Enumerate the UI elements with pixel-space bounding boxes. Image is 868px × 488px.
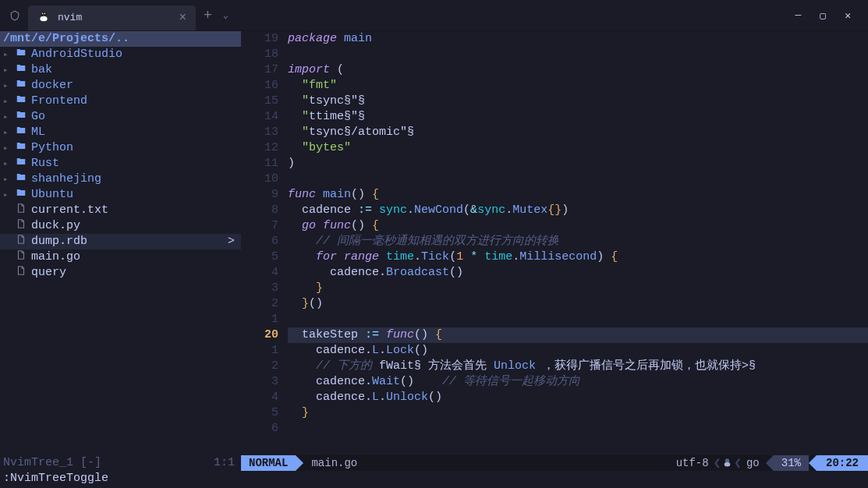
tree-folder[interactable]: ▸Rust [0,156,241,172]
line-number: 11 [241,156,278,172]
shield-icon [9,9,22,22]
line-number: 1 [241,343,278,359]
folder-icon [16,172,27,188]
code-line[interactable]: cadence := sync.NewCond(&sync.Mutex{}) [288,203,868,218]
tree-folder[interactable]: ▸bak [0,62,241,78]
tree-folder[interactable]: ▸AndroidStudio [0,47,241,62]
code-line[interactable]: "fmt" [288,78,868,94]
tree-file[interactable]: query [0,265,241,281]
maximize-button[interactable]: ▢ [820,9,826,22]
code-line[interactable]: "bytes" [288,140,868,156]
separator-icon [766,455,774,471]
chevron-right-icon: ▸ [3,125,11,140]
code-line[interactable] [288,172,868,187]
tree-statusline: NvimTree_1 [-] 1:1 [0,455,241,471]
line-number: 13 [241,125,278,140]
tree-folder[interactable]: ▸docker [0,78,241,94]
status-percent: 31% [774,455,809,471]
code-pane: 1918171615141312111098765432120123456 pa… [241,31,868,471]
tree-folder[interactable]: ▸Ubuntu [0,187,241,203]
file-icon [16,218,27,235]
separator-icon [809,455,817,471]
code-line[interactable]: // 间隔一毫秒通知相遇的双方进行方向的转换 [288,234,868,249]
command-text: :NvimTreeToggle [3,471,108,488]
tree-file[interactable]: main.go [0,249,241,265]
close-button[interactable]: ✕ [845,9,851,22]
code-line[interactable]: "tsync§"§ [288,94,868,109]
folder-icon [16,109,27,126]
code-line[interactable]: } [288,281,868,296]
line-number: 7 [241,218,278,234]
code-line[interactable]: "ttime§"§ [288,109,868,125]
minimize-button[interactable]: — [795,9,802,22]
line-number: 2 [241,296,278,312]
line-number: 1 [241,312,278,327]
new-tab-button[interactable]: + [204,8,212,23]
tree-root-path[interactable]: /mnt/e/Projects/.. [0,31,241,47]
line-number: 9 [241,187,278,203]
tree-folder[interactable]: ▸Python [0,140,241,156]
tree-file[interactable]: dump.rdb> [0,234,241,249]
code-line[interactable]: package main [288,31,868,47]
chevron-right-icon: ▸ [3,62,11,78]
folder-icon [16,94,27,110]
tree-folder[interactable]: ▸Frontend [0,94,241,109]
line-number: 4 [241,390,278,405]
tree-file[interactable]: current.txt [0,203,241,218]
code-line[interactable]: "tsync§/atomic"§ [288,125,868,140]
code-text[interactable]: package main import ( "fmt" "tsync§"§ "t… [288,31,868,455]
tree-folder[interactable]: ▸ML [0,125,241,140]
code-line[interactable]: cadence.Broadcast() [288,265,868,281]
line-number: 3 [241,281,278,296]
tab-nvim[interactable]: nvim × [28,5,196,30]
line-number: 20 [241,327,278,343]
code-line[interactable]: // 下方的 fWait§ 方法会首先 Unlock ，获得广播信号之后再加锁，… [288,359,868,374]
chevron-right-icon: ▸ [3,156,11,172]
line-number: 2 [241,359,278,374]
line-number: 5 [241,405,278,421]
line-number: 4 [241,265,278,281]
code-line[interactable]: }() [288,296,868,312]
tree-item-label: bak [31,62,241,78]
code-line[interactable]: import ( [288,62,868,78]
code-line[interactable]: cadence.Wait() // 等待信号一起移动方向 [288,374,868,390]
code-line[interactable]: cadence.L.Unlock() [288,390,868,405]
folder-icon [16,187,27,203]
status-filename: main.go [303,457,365,469]
code-line[interactable]: ) [288,156,868,172]
window-controls: — ▢ ✕ [781,9,865,22]
code-line[interactable]: cadence.L.Lock() [288,343,868,359]
editor-area: /mnt/e/Projects/.. ▸AndroidStudio▸bak▸do… [0,31,868,471]
tree-item-label: current.txt [31,203,241,218]
code-line[interactable] [288,47,868,62]
folder-icon [16,47,27,63]
code-line[interactable]: for range time.Tick(1 * time.Millisecond… [288,249,868,265]
code-line[interactable]: go func() { [288,218,868,234]
line-number: 18 [241,47,278,62]
tree-item-label: Frontend [31,94,241,109]
tree-file[interactable]: duck.py [0,218,241,234]
tree-folder[interactable]: ▸shanhejing [0,172,241,187]
mode-indicator: NORMAL [241,455,296,471]
file-icon [16,234,27,250]
code-line[interactable]: } [288,405,868,421]
tab-dropdown-icon[interactable]: ⌄ [223,9,229,21]
chevron-right-icon: ▸ [3,172,11,187]
tree-item-label: query [31,265,241,281]
code-line[interactable] [288,421,868,437]
code-body[interactable]: 1918171615141312111098765432120123456 pa… [241,31,868,455]
folder-icon [16,78,27,94]
code-line[interactable] [288,312,868,327]
tab-close-icon[interactable]: × [179,11,186,25]
tree-item-label: main.go [31,249,241,265]
command-line[interactable]: :NvimTreeToggle [0,471,868,488]
tree-item-label: Go [31,109,241,125]
line-number: 19 [241,31,278,47]
tree-folder[interactable]: ▸Go [0,109,241,125]
status-position: 20:22 [817,455,868,471]
folder-icon [16,156,27,172]
code-line[interactable]: func main() { [288,187,868,203]
file-tree: /mnt/e/Projects/.. ▸AndroidStudio▸bak▸do… [0,31,241,471]
code-line[interactable]: takeStep := func() { [288,327,868,343]
chevron-right-icon: ▸ [3,109,11,125]
